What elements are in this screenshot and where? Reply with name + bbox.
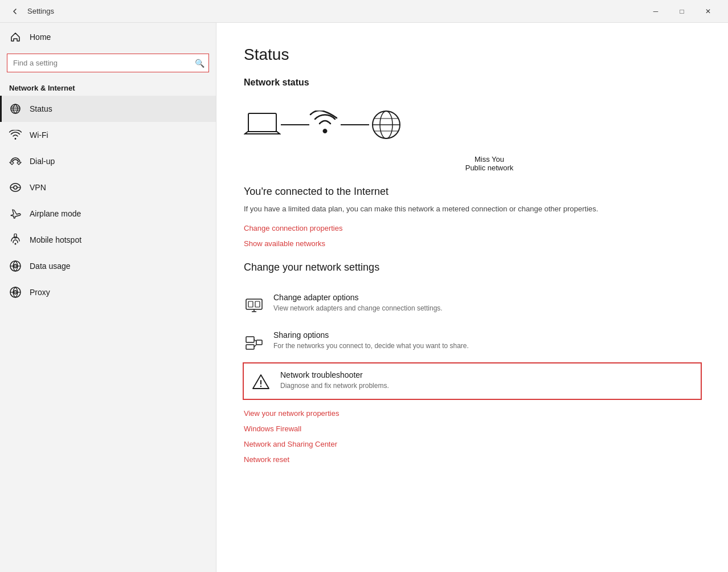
svg-rect-22 (246, 337, 254, 342)
sidebar-item-proxy-label: Proxy (30, 288, 50, 297)
sidebar-item-dialup-label: Dial-up (30, 157, 55, 166)
line-1 (281, 124, 309, 125)
sidebar-section-title: Network & Internet (0, 79, 216, 96)
network-sharing-center-link[interactable]: Network and Sharing Center (244, 440, 701, 448)
troubleshooter-content: Network troubleshooter Diagnose and fix … (280, 370, 389, 391)
adapter-desc: View network adapters and change connect… (273, 304, 443, 313)
troubleshooter-icon (251, 371, 271, 392)
search-icon: 🔍 (195, 59, 205, 68)
network-type: Public network (278, 164, 701, 172)
page-title: Status (244, 46, 701, 64)
window-controls: ─ □ ✕ (643, 0, 721, 23)
back-button[interactable] (7, 3, 23, 19)
app-title: Settings (27, 7, 54, 15)
sidebar-item-vpn[interactable]: VPN (0, 174, 216, 201)
network-status-title: Network status (244, 77, 701, 88)
sidebar-item-airplane[interactable]: Airplane mode (0, 201, 216, 227)
status-icon (9, 103, 22, 115)
home-label: Home (30, 32, 51, 42)
sharing-title: Sharing options (273, 330, 469, 340)
settings-item-adapter[interactable]: Change adapter options View network adap… (244, 285, 701, 322)
svg-rect-19 (255, 301, 260, 307)
settings-item-troubleshooter[interactable]: Network troubleshooter Diagnose and fix … (243, 362, 702, 400)
windows-firewall-link[interactable]: Windows Firewall (244, 424, 701, 433)
sidebar-item-datausage[interactable]: Data usage (0, 253, 216, 279)
wifi-icon (9, 129, 22, 141)
sidebar-item-wifi-label: Wi-Fi (30, 130, 48, 140)
vpn-icon (9, 181, 22, 194)
proxy-icon (9, 286, 22, 299)
dialup-icon (9, 155, 22, 167)
sharing-icon (244, 332, 264, 352)
titlebar: Settings ─ □ ✕ (0, 0, 728, 23)
laptop-icon (244, 110, 281, 140)
svg-rect-6 (14, 234, 17, 238)
sidebar: Home 🔍 Network & Internet Status (0, 23, 216, 572)
network-diagram (244, 99, 701, 150)
airplane-icon (9, 207, 22, 220)
maximize-button[interactable]: □ (669, 0, 695, 23)
sidebar-item-dialup[interactable]: Dial-up (0, 148, 216, 174)
connected-title: You're connected to the Internet (244, 186, 701, 198)
svg-rect-18 (248, 301, 253, 307)
troubleshooter-title: Network troubleshooter (280, 370, 389, 379)
adapter-title: Change adapter options (273, 293, 443, 302)
sharing-content: Sharing options For the networks you con… (273, 330, 469, 351)
svg-point-28 (260, 385, 261, 386)
home-icon (9, 31, 22, 43)
sidebar-item-datausage-label: Data usage (30, 262, 71, 271)
sidebar-item-proxy[interactable]: Proxy (0, 279, 216, 305)
svg-rect-13 (248, 113, 276, 132)
change-settings-title: Change your network settings (244, 262, 701, 273)
view-network-properties-link[interactable]: View your network properties (244, 409, 701, 418)
connected-desc: If you have a limited data plan, you can… (244, 203, 701, 215)
wifi-signal-icon (309, 111, 341, 139)
hotspot-icon (9, 234, 22, 246)
bottom-links: View your network properties Windows Fir… (244, 409, 701, 464)
svg-point-2 (14, 186, 17, 189)
line-2 (341, 124, 369, 125)
sidebar-item-status[interactable]: Status (0, 96, 216, 122)
show-networks-link[interactable]: Show available networks (244, 239, 701, 248)
network-reset-link[interactable]: Network reset (244, 455, 701, 464)
sidebar-item-hotspot-label: Mobile hotspot (30, 235, 81, 244)
close-button[interactable]: ✕ (695, 0, 721, 23)
datausage-icon (9, 260, 22, 272)
sidebar-item-wifi[interactable]: Wi-Fi (0, 122, 216, 148)
sidebar-item-vpn-label: VPN (30, 183, 46, 192)
sidebar-item-airplane-label: Airplane mode (30, 209, 81, 218)
main-layout: Home 🔍 Network & Internet Status (0, 23, 728, 572)
search-container: 🔍 (7, 54, 209, 72)
search-input[interactable] (7, 54, 209, 72)
svg-rect-23 (246, 345, 254, 349)
change-connection-link[interactable]: Change connection properties (244, 224, 701, 232)
settings-item-sharing[interactable]: Sharing options For the networks you con… (244, 322, 701, 360)
sidebar-item-status-label: Status (30, 104, 52, 113)
network-name: Miss You (278, 155, 701, 164)
content-area: Status Network status (216, 23, 728, 572)
svg-rect-24 (256, 340, 262, 345)
sidebar-item-home[interactable]: Home (0, 23, 216, 51)
adapter-icon (244, 294, 264, 314)
sidebar-item-hotspot[interactable]: Mobile hotspot (0, 227, 216, 253)
troubleshooter-desc: Diagnose and fix network problems. (280, 381, 389, 391)
sharing-desc: For the networks you connect to, decide … (273, 341, 469, 351)
adapter-content: Change adapter options View network adap… (273, 293, 443, 313)
globe-icon (369, 108, 403, 141)
minimize-button[interactable]: ─ (643, 0, 669, 23)
svg-point-5 (15, 243, 17, 245)
network-label: Miss You Public network (278, 155, 701, 172)
